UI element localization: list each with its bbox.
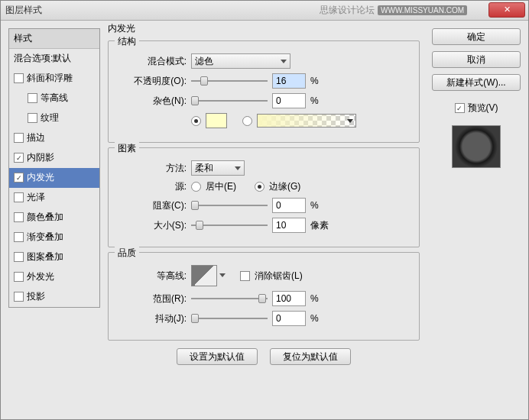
style-item-stroke[interactable]: 描边 <box>9 128 99 148</box>
style-item-texture[interactable]: 纹理 <box>9 108 99 128</box>
checkbox[interactable] <box>14 212 24 222</box>
ok-button[interactable]: 确定 <box>432 28 521 45</box>
set-default-button[interactable]: 设置为默认值 <box>177 348 258 365</box>
contour-picker[interactable] <box>191 265 217 286</box>
source-center-radio[interactable] <box>191 182 201 192</box>
style-item-bevel[interactable]: 斜面和浮雕 <box>9 69 99 89</box>
reset-default-button[interactable]: 复位为默认值 <box>270 348 351 365</box>
range-input[interactable] <box>272 291 306 306</box>
checkbox[interactable] <box>14 252 24 262</box>
style-item-inner-shadow[interactable]: 内阴影 <box>9 148 99 168</box>
style-item-color-overlay[interactable]: 颜色叠加 <box>9 208 99 228</box>
color-radio-gradient[interactable] <box>242 116 252 126</box>
styles-sidebar: 样式 混合选项:默认 斜面和浮雕 等高线 纹理 描边 内阴影 内发光 光泽 颜色… <box>8 28 100 412</box>
range-slider[interactable] <box>191 293 268 304</box>
preview-checkbox[interactable] <box>455 103 465 113</box>
checkbox[interactable] <box>14 153 24 163</box>
color-swatch[interactable] <box>206 113 227 128</box>
group-quality: 品质 等高线: 消除锯齿(L) 范围(R): % <box>108 252 420 341</box>
blend-options-item[interactable]: 混合选项:默认 <box>9 49 99 69</box>
style-item-pattern-overlay[interactable]: 图案叠加 <box>9 247 99 267</box>
watermark: 思缘设计论坛 WWW.MISSYUAN.COM <box>320 4 467 17</box>
gradient-picker[interactable] <box>257 114 356 128</box>
checkbox[interactable] <box>28 113 37 123</box>
checkbox[interactable] <box>14 272 24 282</box>
checkbox[interactable] <box>14 133 24 143</box>
group-structure: 结构 混合模式: 滤色 不透明度(O): % 杂色(N): <box>108 40 420 143</box>
choke-input[interactable] <box>272 198 306 213</box>
checkbox[interactable] <box>14 292 24 302</box>
style-item-gradient-overlay[interactable]: 渐变叠加 <box>9 228 99 247</box>
layer-style-dialog: 图层样式 思缘设计论坛 WWW.MISSYUAN.COM 样式 混合选项:默认 … <box>0 0 529 420</box>
blend-mode-select[interactable]: 滤色 <box>191 53 290 69</box>
cancel-button[interactable]: 取消 <box>432 51 521 68</box>
technique-select[interactable]: 柔和 <box>191 160 245 176</box>
opacity-input[interactable] <box>272 73 306 89</box>
source-edge-radio[interactable] <box>255 182 264 192</box>
panel-title: 内发光 <box>108 22 135 35</box>
actions-column: 确定 取消 新建样式(W)... 预览(V) <box>432 28 521 412</box>
noise-slider[interactable] <box>191 95 268 106</box>
size-slider[interactable] <box>191 220 268 231</box>
checkbox[interactable] <box>14 232 24 242</box>
group-elements: 图素 方法: 柔和 源: 居中(E) 边缘(G) 阻塞(C): <box>108 147 420 247</box>
style-item-contour[interactable]: 等高线 <box>9 89 99 108</box>
checkbox[interactable] <box>14 173 24 183</box>
close-button[interactable] <box>488 2 525 18</box>
checkbox[interactable] <box>14 192 24 202</box>
checkbox[interactable] <box>14 73 24 83</box>
sidebar-header: 样式 <box>9 29 99 49</box>
noise-input[interactable] <box>272 93 306 108</box>
style-item-inner-glow[interactable]: 内发光 <box>9 168 99 188</box>
style-item-satin[interactable]: 光泽 <box>9 188 99 208</box>
preview-thumbnail <box>452 125 501 168</box>
settings-panel: 内发光 结构 混合模式: 滤色 不透明度(O): % 杂色(N): <box>108 28 424 412</box>
style-item-drop-shadow[interactable]: 投影 <box>9 287 99 307</box>
color-radio-solid[interactable] <box>191 116 201 126</box>
size-input[interactable] <box>272 218 306 233</box>
jitter-input[interactable] <box>272 311 306 326</box>
jitter-slider[interactable] <box>191 313 268 324</box>
antialias-checkbox[interactable] <box>240 271 250 281</box>
choke-slider[interactable] <box>191 200 268 211</box>
style-item-outer-glow[interactable]: 外发光 <box>9 267 99 287</box>
titlebar: 图层样式 思缘设计论坛 WWW.MISSYUAN.COM <box>1 1 528 21</box>
opacity-slider[interactable] <box>191 76 268 86</box>
new-style-button[interactable]: 新建样式(W)... <box>432 74 521 91</box>
checkbox[interactable] <box>28 93 37 103</box>
